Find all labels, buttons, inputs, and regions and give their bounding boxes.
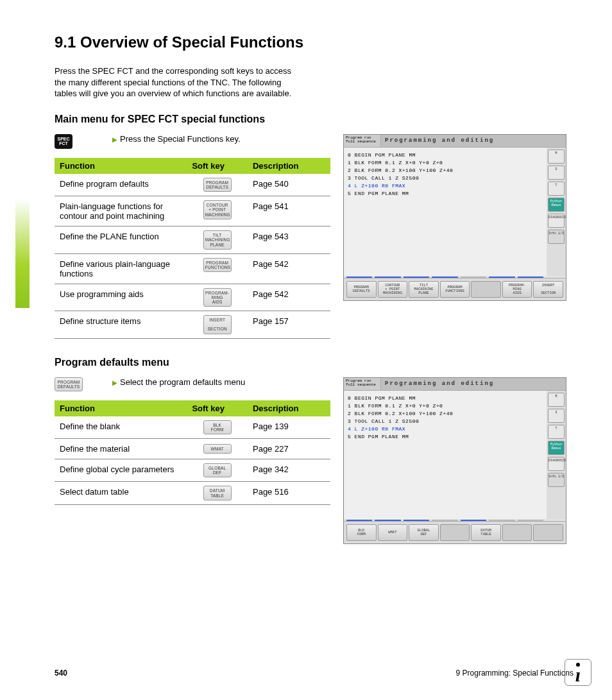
cell-softkey: DATUM TABLE	[187, 482, 248, 504]
code-line: 2 BLK FORM 0.2 X+100 Y+100 Z+40	[348, 410, 543, 418]
softkey-icon: INSERT SECTION	[203, 315, 232, 334]
table-row: Plain-language functions for contour and…	[55, 196, 330, 226]
softkey-icon: DATUM TABLE	[203, 486, 232, 500]
cell-description: Page 157	[248, 311, 330, 338]
section2-instruction: Select the program defaults menu	[120, 376, 245, 387]
softkey-icon: CONTOUR + POINT MACHINING	[203, 200, 232, 219]
side-btn-python: Python Demos	[548, 198, 565, 212]
cell-description: Page 543	[248, 226, 330, 253]
softkey-button: WMAT	[378, 524, 408, 541]
cell-function: Plain-language functions for contour and…	[55, 196, 187, 226]
cell-description: Page 342	[248, 459, 330, 482]
cell-softkey: PROGRAM- MING AIDS	[187, 284, 248, 311]
side-section-title: 9.1 Overview of Special Functions	[13, 0, 38, 26]
cell-function: Define program defaults	[55, 174, 187, 196]
code-line: 1 BLK FORM 0.1 Z X+0 Y+0 Z+0	[348, 402, 543, 410]
th-softkey: Soft key	[187, 400, 248, 416]
info-icon: ı	[565, 659, 591, 686]
cell-function: Define the PLANE function	[55, 226, 187, 253]
softkey-button: TILT MACHINING PLANE	[409, 281, 439, 298]
code-line: 0 BEGIN PGM PLANE MM	[348, 151, 543, 159]
code-line: 5 END PGM PLANE MM	[348, 433, 543, 441]
cell-description: Page 542	[248, 284, 330, 311]
table-row: Select datum tableDATUM TABLEPage 516	[55, 482, 330, 504]
code-line: 1 BLK FORM 0.1 Z X+0 Y+0 Z+0	[348, 159, 543, 167]
softkey-button: PROGRAM- MING AIDS	[502, 281, 532, 298]
table-row: Define program defaultsPROGRAM DEFAULTSP…	[55, 174, 330, 196]
cell-softkey: GLOBAL DEF	[187, 459, 248, 482]
cell-function: Define structure items	[55, 311, 187, 338]
table-row: Define the PLANE functionTILT MACHINING …	[55, 226, 330, 253]
th-description: Description	[248, 158, 330, 174]
program-defaults-key: PROGRAM DEFAULTS	[55, 377, 83, 391]
softkey-icon: PROGRAM FUNCTIONS	[203, 258, 232, 272]
code-line: 2 BLK FORM 0.2 X+100 Y+100 Z+40	[348, 167, 543, 175]
page-footer: 540 9 Programming: Special Functions	[55, 669, 574, 678]
th-description: Description	[248, 400, 330, 416]
softkey-button: PROGRAM DEFAULTS	[346, 281, 377, 298]
code-line: 4 L Z+100 R0 FMAX	[348, 425, 543, 433]
screenshot-2: Program run full sequence Programming an…	[343, 377, 566, 544]
table-row: Define structure itemsINSERT SECTIONPage…	[55, 311, 330, 338]
softkey-button: DATUM TABLE	[471, 524, 501, 541]
section1-title: Main menu for SPEC FCT special functions	[55, 114, 583, 125]
table-row: Define the blankBLK FORMPage 139	[55, 416, 330, 439]
side-gradient	[15, 199, 30, 308]
table-row: Define the materialWMATPage 227	[55, 439, 330, 459]
spec-fct-key: SPEC FCT	[55, 134, 72, 149]
softkey-button: CONTOUR + POINT MACHINING	[378, 281, 408, 298]
code-line: 3 TOOL CALL 1 Z S2500	[348, 175, 543, 182]
scr-mode: Program run full sequence	[344, 378, 381, 390]
cell-softkey: TILT MACHINING PLANE	[187, 226, 248, 253]
cell-softkey: PROGRAM FUNCTIONS	[187, 253, 248, 284]
scr-mode: Program run full sequence	[344, 135, 381, 147]
side-btn-s: S	[548, 409, 565, 423]
cell-softkey: PROGRAM DEFAULTS	[187, 174, 248, 196]
softkey-icon: WMAT	[203, 444, 232, 454]
softkey-button: BLK FORM	[346, 524, 377, 541]
softkey-button: GLOBAL DEF	[409, 524, 439, 541]
code-line: 4 L Z+100 R0 FMAX	[348, 182, 543, 190]
th-function: Function	[55, 158, 187, 174]
side-btn-diag: DIAGNOSIS	[548, 214, 565, 228]
scr-title: Programming and editing	[381, 135, 566, 147]
intro-paragraph: Press the SPEC FCT and the corresponding…	[55, 65, 298, 99]
softkey-button: INSERT SECTION	[533, 281, 563, 298]
section2-table: Function Soft key Description Define the…	[55, 400, 330, 505]
code-line: 5 END PGM PLANE MM	[348, 190, 543, 198]
page-number: 540	[55, 669, 67, 678]
arrow-icon: ▶	[112, 379, 117, 386]
softkey-icon: BLK FORM	[203, 420, 232, 434]
softkey-icon: PROGRAM- MING AIDS	[203, 288, 232, 307]
cell-function: Define various plain-language functions	[55, 253, 187, 284]
cell-description: Page 541	[248, 196, 330, 226]
code-line: 3 TOOL CALL 1 Z S2500	[348, 418, 543, 425]
cell-function: Select datum table	[55, 482, 187, 504]
th-softkey: Soft key	[187, 158, 248, 174]
section1-table: Function Soft key Description Define pro…	[55, 158, 330, 339]
arrow-icon: ▶	[112, 136, 117, 143]
table-row: Define various plain-language functionsP…	[55, 253, 330, 284]
chapter-label: 9 Programming: Special Functions	[456, 669, 574, 678]
scr-code: 0 BEGIN PGM PLANE MM 1 BLK FORM 0.1 Z X+…	[344, 391, 547, 519]
side-btn-python: Python Demos	[548, 441, 565, 455]
softkey-button	[471, 281, 501, 298]
cell-description: Page 227	[248, 439, 330, 459]
softkey-icon: TILT MACHINING PLANE	[203, 230, 232, 249]
cell-description: Page 540	[248, 174, 330, 196]
cell-description: Page 139	[248, 416, 330, 439]
cell-softkey: INSERT SECTION	[187, 311, 248, 338]
softkey-button	[533, 524, 563, 541]
scr-code: 0 BEGIN PGM PLANE MM 1 BLK FORM 0.1 Z X+…	[344, 148, 547, 276]
cell-softkey: BLK FORM	[187, 416, 248, 439]
cell-function: Use programming aids	[55, 284, 187, 311]
softkey-button	[502, 524, 532, 541]
cell-function: Define the blank	[55, 416, 187, 439]
code-line: 0 BEGIN PGM PLANE MM	[348, 395, 543, 402]
softkey-button	[440, 524, 470, 541]
softkey-button: PROGRAM FUNCTIONS	[440, 281, 470, 298]
softkey-icon: PROGRAM DEFAULTS	[203, 178, 232, 192]
side-btn-diag: DIAGNOSIS	[548, 457, 565, 471]
page-title: 9.1 Overview of Special Functions	[55, 33, 583, 51]
side-btn-m: M	[548, 393, 565, 407]
